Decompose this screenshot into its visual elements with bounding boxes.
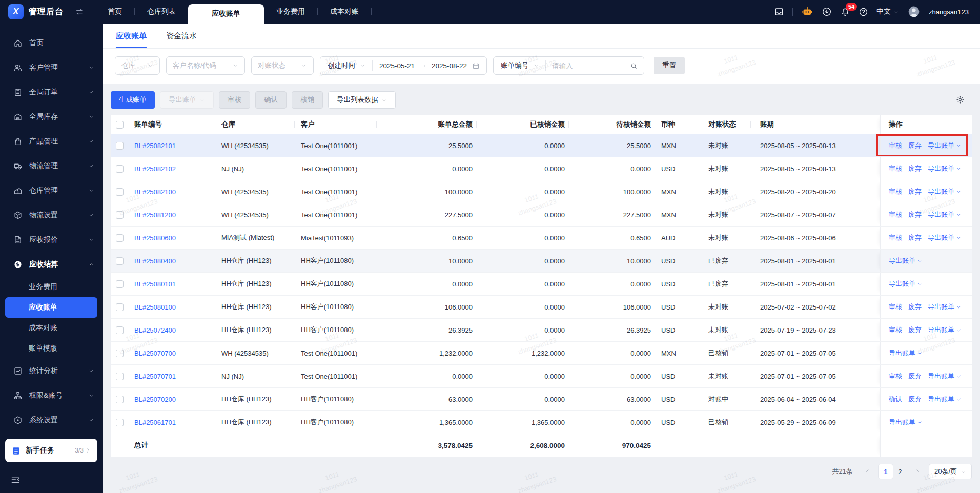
audit-button[interactable]: 审核 [219,91,250,109]
row-checkbox[interactable] [116,234,124,242]
search-input[interactable] [546,57,628,74]
row-checkbox[interactable] [116,142,124,150]
writeoff-button[interactable]: 核销 [292,91,323,109]
export-bill-link[interactable]: 导出账单 [928,302,962,312]
row-action-link[interactable]: 废弃 [908,210,922,219]
row-action-link[interactable]: 废弃 [908,233,922,242]
bill-id-link[interactable]: BL#25061701 [134,419,176,426]
inbox-icon[interactable] [774,7,784,17]
row-action-link[interactable]: 废弃 [908,302,922,312]
row-checkbox[interactable] [116,396,124,403]
avatar[interactable] [907,5,921,18]
download-center-icon[interactable] [822,7,832,17]
row-checkbox[interactable] [116,350,124,357]
export-bill-link[interactable]: 导出账单 [889,418,923,427]
bill-id-link[interactable]: BL#25080101 [134,280,176,288]
row-action-link[interactable]: 审核 [889,233,902,242]
warehouse-select[interactable]: 仓库 [115,56,160,75]
row-action-link[interactable]: 审核 [889,187,902,196]
row-action-link[interactable]: 废弃 [908,372,922,381]
menu-fold-icon[interactable] [10,475,21,485]
sidebar-item[interactable]: 应收报价 [0,228,103,252]
export-bill-link[interactable]: 导出账单 [928,233,962,242]
export-bill-button[interactable]: 导出账单 [160,91,214,109]
bill-id-link[interactable]: BL#25070200 [134,396,176,403]
sidebar-item[interactable]: 权限&账号 [0,383,103,408]
sidebar-subitem[interactable]: 账单模版 [0,338,103,359]
row-action-link[interactable]: 废弃 [908,187,922,196]
row-action-link[interactable]: 审核 [889,141,902,150]
sidebar-item[interactable]: 物流管理 [0,154,103,178]
robot-assistant-icon[interactable] [801,6,813,18]
row-action-link[interactable]: 审核 [889,372,902,381]
bill-id-link[interactable]: BL#25082101 [134,142,176,150]
search-type-select[interactable]: 账单编号 [494,57,545,74]
row-action-link[interactable]: 审核 [889,302,902,312]
row-action-link[interactable]: 废弃 [908,141,922,150]
export-bill-link[interactable]: 导出账单 [928,395,962,404]
transfer-icon[interactable] [75,7,84,16]
bill-id-link[interactable]: BL#25082100 [134,188,176,196]
generate-bill-button[interactable]: 生成账单 [111,91,155,109]
select-all-checkbox[interactable] [116,121,124,129]
row-action-link[interactable]: 审核 [889,325,902,335]
menu-item[interactable]: 成本对账 [318,0,371,24]
row-checkbox[interactable] [116,373,124,380]
confirm-button[interactable]: 确认 [255,91,287,109]
row-checkbox[interactable] [116,326,124,334]
bill-id-link[interactable]: BL#25080400 [134,257,176,265]
row-action-link[interactable]: 废弃 [908,395,922,404]
customer-select[interactable]: 客户名称/代码 [166,56,245,75]
sidebar-subitem[interactable]: 成本对账 [0,318,103,338]
row-checkbox[interactable] [116,188,124,196]
sidebar-item[interactable]: 产品管理 [0,129,103,154]
search-icon[interactable] [628,62,644,70]
sidebar-item[interactable]: 物流设置 [0,203,103,228]
row-checkbox[interactable] [116,211,124,219]
export-bill-link[interactable]: 导出账单 [928,187,962,196]
sidebar-item[interactable]: 仓库管理 [0,178,103,203]
notifications-button[interactable]: 54 [840,7,850,17]
sidebar-item[interactable]: 全局库存 [0,105,103,129]
tab-receivable-bills[interactable]: 应收账单 [116,24,147,48]
export-bill-link[interactable]: 导出账单 [928,372,962,381]
sidebar-subitem[interactable]: 业务费用 [0,277,103,297]
newbie-task-card[interactable]: 新手任务 3/3 [5,439,97,462]
bill-id-link[interactable]: BL#25082102 [134,165,176,173]
export-bill-link[interactable]: 导出账单 [928,164,962,173]
reconcile-status-select[interactable]: 对账状态 [251,56,314,75]
row-checkbox[interactable] [116,419,124,426]
tab-fund-flow[interactable]: 资金流水 [166,24,197,48]
export-bill-link[interactable]: 导出账单 [928,325,962,335]
column-settings-gear-icon[interactable] [956,95,965,104]
row-action-link[interactable]: 审核 [889,164,902,173]
menu-item[interactable]: 应收账单 [188,4,264,24]
row-checkbox[interactable] [116,280,124,288]
row-action-link[interactable]: 审核 [889,210,902,219]
export-bill-link[interactable]: 导出账单 [889,348,923,358]
bill-id-link[interactable]: BL#25080600 [134,234,176,242]
row-action-link[interactable]: 确认 [889,395,902,404]
export-bill-link[interactable]: 导出账单 [889,279,923,289]
bill-id-link[interactable]: BL#25070700 [134,350,176,357]
language-select[interactable]: 中文 [876,7,899,16]
sidebar-item[interactable]: 首页 [0,31,103,55]
row-action-link[interactable]: 废弃 [908,164,922,173]
date-range-picker[interactable]: 2025-05-21 2025-08-22 [373,62,486,70]
prev-page-button[interactable] [861,465,874,478]
page-button[interactable]: 1 [879,464,893,479]
sidebar-item[interactable]: 应收结算 [0,252,103,277]
menu-item[interactable]: 首页 [95,0,134,24]
page-button[interactable]: 2 [893,464,907,479]
row-checkbox[interactable] [116,257,124,265]
sidebar-item[interactable]: 全局订单 [0,80,103,105]
sidebar-item[interactable]: 统计分析 [0,359,103,383]
export-list-button[interactable]: 导出列表数据 [328,91,396,109]
bill-id-link[interactable]: BL#25072400 [134,326,176,334]
bill-id-link[interactable]: BL#25080100 [134,303,176,311]
export-bill-link[interactable]: 导出账单 [889,256,923,265]
menu-item[interactable]: 业务费用 [264,0,317,24]
sidebar-item[interactable]: 系统设置 [0,408,103,433]
date-type-select[interactable]: 创建时间 [320,57,372,74]
export-bill-link[interactable]: 导出账单 [928,210,962,219]
